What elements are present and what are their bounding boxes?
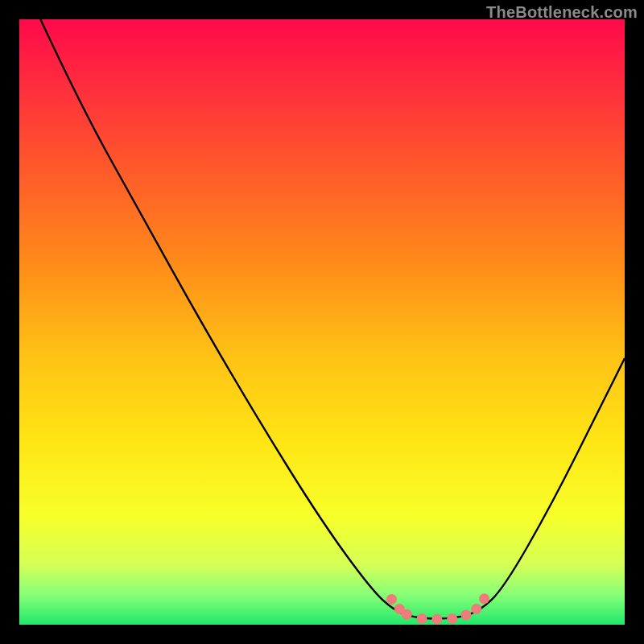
highlight-dot	[447, 613, 457, 624]
highlight-dot	[431, 614, 442, 625]
highlight-dot	[417, 613, 427, 624]
highlight-dot	[460, 609, 471, 620]
highlight-dot	[402, 609, 412, 620]
highlight-dot	[479, 593, 489, 604]
chart-frame	[19, 19, 625, 625]
chart-svg	[19, 19, 625, 625]
highlight-dot	[471, 604, 481, 614]
attribution-text: TheBottleneck.com	[486, 3, 638, 22]
highlight-dot	[386, 594, 397, 605]
